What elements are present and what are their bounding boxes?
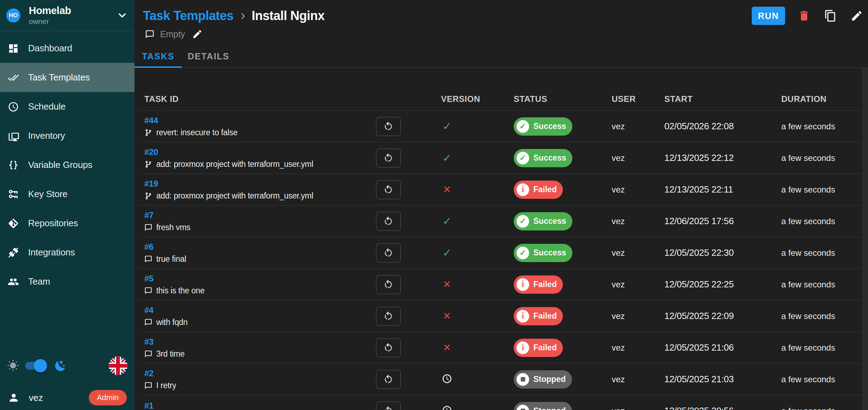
task-id-link[interactable]: #6 (144, 242, 153, 252)
sidebar-item-inventory[interactable]: Inventory (0, 121, 134, 150)
task-duration: a few seconds (752, 406, 862, 410)
task-start: 12/06/2025 17:56 (636, 216, 752, 227)
status-label: Success (533, 122, 566, 131)
status-badge: i Failed (514, 275, 563, 294)
delete-template-button[interactable] (794, 6, 814, 26)
task-id-link[interactable]: #7 (144, 210, 153, 220)
restart-task-button[interactable] (376, 402, 401, 410)
sidebar-item-variable-groups[interactable]: Variable Groups (0, 150, 134, 180)
task-user: vez (580, 280, 636, 289)
edit-template-button[interactable] (847, 6, 867, 26)
task-user: vez (580, 406, 636, 410)
source-branch-icon (144, 129, 152, 137)
task-message-text: true final (156, 254, 186, 264)
restart-task-button[interactable] (376, 212, 401, 231)
task-id-link[interactable]: #19 (144, 179, 158, 189)
task-user: vez (580, 375, 636, 384)
sidebar-item-team[interactable]: Team (0, 267, 134, 296)
sidebar-item-key-store[interactable]: Key Store (0, 180, 134, 209)
restart-icon (383, 153, 394, 163)
breadcrumb-task-templates-link[interactable]: Task Templates (143, 8, 234, 23)
project-avatar: HO (6, 8, 20, 22)
task-table: TASK ID VERSION STATUS USER START DURATI… (134, 68, 862, 410)
sidebar-user[interactable]: vez Admin (0, 386, 134, 409)
sidebar-item-dashboard[interactable]: Dashboard (0, 34, 134, 63)
task-user: vez (580, 153, 636, 163)
status-badge: Stopped (514, 370, 572, 389)
restart-icon (383, 343, 394, 353)
task-message-text: add: proxmox project with terraform_user… (156, 160, 313, 169)
copy-template-button[interactable] (821, 6, 840, 26)
edit-description-pencil-icon[interactable] (192, 29, 203, 39)
sidebar-item-integrations[interactable]: Integrations (0, 238, 134, 267)
tab-tasks[interactable]: TASKS (134, 45, 182, 67)
task-user: vez (580, 248, 636, 258)
task-start: 12/05/2025 20:56 (636, 405, 752, 410)
version-status-icon: ✕ (441, 280, 453, 289)
status-badge: i Failed (514, 307, 563, 325)
restart-task-button[interactable] (376, 307, 401, 326)
header-actions: RUN (752, 6, 867, 26)
account-icon (8, 392, 20, 404)
task-duration: a few seconds (752, 343, 862, 353)
sidebar-item-label: Dashboard (28, 43, 72, 54)
status-badge: Stopped (514, 402, 572, 410)
tab-details[interactable]: DETAILS (182, 45, 235, 67)
username: vez (29, 392, 43, 403)
account-multiple-icon (8, 276, 19, 287)
task-id-link[interactable]: #3 (144, 337, 153, 347)
status-badge-icon: i (517, 310, 529, 323)
project-switcher[interactable]: HO Homelab owner (0, 0, 134, 31)
run-button[interactable]: RUN (752, 7, 785, 25)
chevron-down-icon (116, 9, 128, 21)
task-id-link[interactable]: #5 (144, 274, 153, 284)
status-badge-icon (517, 405, 529, 410)
version-status-icon: ✓ (441, 248, 453, 258)
restart-task-button[interactable] (376, 180, 401, 199)
task-message-text: fresh vms (156, 223, 190, 232)
task-id-link[interactable]: #2 (144, 369, 153, 378)
sidebar-item-task-templates[interactable]: Task Templates (0, 63, 134, 92)
status-label: Success (533, 248, 566, 258)
restart-task-button[interactable] (376, 243, 401, 262)
task-start: 12/05/2025 22:09 (636, 311, 752, 321)
table-row: #7 fresh vms ✓ ✓ Success vez 12/06/2025 … (139, 206, 862, 237)
column-status: STATUS (485, 94, 580, 104)
task-start: 12/05/2025 21:03 (636, 374, 752, 385)
view-dashboard-icon (8, 43, 19, 54)
main-content: Task Templates Install Nginx Empty RUN T… (134, 0, 868, 410)
status-badge: ✓ Success (514, 117, 572, 136)
status-badge-icon: ✓ (517, 247, 529, 259)
column-version: VERSION (415, 94, 485, 104)
theme-toggle-knob (34, 359, 47, 372)
pencil-icon (850, 9, 863, 22)
table-row: #5 this is the one ✕ i Failed vez 12/05/… (139, 269, 862, 300)
status-badge: ✓ Success (514, 244, 572, 262)
restart-task-button[interactable] (376, 149, 401, 168)
sidebar-item-schedule[interactable]: Schedule (0, 92, 134, 121)
restart-task-button[interactable] (376, 338, 401, 357)
moon-icon (54, 359, 67, 372)
version-status-icon (441, 373, 453, 384)
task-start: 12/13/2025 22:11 (636, 184, 752, 195)
restart-task-button[interactable] (376, 275, 401, 294)
task-id-link[interactable]: #1 (144, 401, 153, 410)
status-label: Success (533, 216, 566, 226)
clock-outline-icon (8, 101, 19, 112)
restart-task-button[interactable] (376, 117, 401, 136)
task-id-link[interactable]: #20 (144, 147, 158, 157)
vertical-scrollbar[interactable] (862, 68, 868, 410)
task-id-link[interactable]: #4 (144, 305, 153, 315)
sidebar-item-label: Team (28, 276, 50, 287)
sidebar-item-repositories[interactable]: Repositories (0, 209, 134, 238)
task-id-link[interactable]: #44 (144, 116, 158, 125)
version-status-icon: ✕ (441, 311, 453, 321)
restart-task-button[interactable] (376, 370, 401, 389)
theme-toggle[interactable] (25, 362, 46, 370)
language-flag-button[interactable] (108, 356, 127, 375)
sidebar: HO Homelab owner Dashboard Task Template… (0, 0, 134, 410)
table-row: #6 true final ✓ ✓ Success vez 12/05/2025… (139, 237, 862, 269)
task-user: vez (580, 122, 636, 131)
column-task-id: TASK ID (139, 94, 376, 104)
task-message-text: revert: insecure to false (156, 128, 238, 137)
